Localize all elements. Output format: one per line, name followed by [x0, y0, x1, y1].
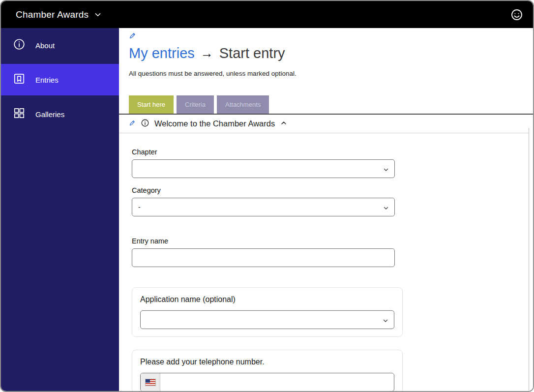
main-header: My entries → Start entry All questions m…: [119, 28, 533, 114]
entry-name-input[interactable]: [132, 248, 395, 267]
us-flag-icon: [146, 379, 155, 386]
country-flag-dropdown[interactable]: [141, 373, 160, 391]
chevron-down-icon: [93, 10, 102, 19]
telephone-input[interactable]: [140, 373, 394, 392]
collapse-chevron-up-icon[interactable]: [280, 119, 288, 129]
section-info-icon: [141, 119, 149, 129]
category-label: Category: [132, 186, 533, 194]
application-name-label: Application name (optional): [140, 295, 393, 304]
category-select[interactable]: -: [132, 198, 395, 216]
edit-page-icon[interactable]: [129, 32, 136, 41]
breadcrumb: My entries → Start entry: [129, 45, 533, 61]
edit-section-icon[interactable]: [129, 120, 136, 128]
sidebar-item-label: About: [35, 41, 55, 50]
sidebar-item-galleries[interactable]: Galleries: [1, 98, 119, 130]
form-area: Chapter Category -: [119, 133, 533, 392]
application-name-select[interactable]: [140, 310, 394, 329]
workspace-switcher[interactable]: Chamber Awards: [16, 9, 102, 20]
app-title: Chamber Awards: [16, 9, 89, 20]
app-window: Chamber Awards About: [0, 0, 534, 392]
chapter-select[interactable]: [132, 159, 395, 178]
tab-bar: Start here Criteria Attachments: [129, 95, 533, 114]
chevron-down-icon: [383, 166, 389, 174]
application-name-card: Application name (optional): [132, 287, 403, 337]
sidebar-item-entries[interactable]: Entries: [1, 64, 119, 95]
telephone-value: [160, 373, 394, 391]
sidebar-item-label: Entries: [35, 76, 59, 84]
breadcrumb-arrow: →: [201, 46, 213, 61]
form-instructions: All questions must be answered, unless m…: [129, 70, 533, 77]
telephone-label: Please add your telephone number.: [140, 358, 393, 366]
scrollbar[interactable]: [529, 128, 533, 391]
entries-bookmark-icon: [13, 72, 26, 87]
section-title: Welcome to the Chamber Awards: [154, 119, 275, 128]
category-select-value: -: [138, 203, 141, 211]
telephone-card: Please add your telephone number.: [132, 350, 403, 392]
chevron-down-icon: [383, 317, 388, 325]
entry-name-label: Entry name: [132, 237, 533, 245]
section-header: Welcome to the Chamber Awards: [119, 115, 533, 133]
sidebar: About Entries Galleries: [1, 28, 119, 391]
tab-attachments[interactable]: Attachments: [217, 95, 269, 114]
sidebar-item-about[interactable]: About: [1, 30, 119, 61]
my-entries-link[interactable]: My entries: [129, 45, 195, 61]
accessibility-smiley-button[interactable]: [509, 7, 524, 22]
galleries-grid-icon: [13, 107, 26, 121]
main-content: My entries → Start entry All questions m…: [119, 28, 533, 391]
page-title-current: Start entry: [219, 45, 285, 61]
chapter-label: Chapter: [132, 148, 533, 156]
info-icon: [13, 38, 26, 53]
sidebar-item-label: Galleries: [35, 110, 64, 119]
tab-criteria[interactable]: Criteria: [177, 95, 214, 114]
topbar: Chamber Awards: [1, 1, 533, 28]
chevron-down-icon: [383, 205, 389, 212]
tab-start-here[interactable]: Start here: [129, 95, 174, 114]
start-here-panel: Welcome to the Chamber Awards Chapter: [119, 114, 533, 378]
